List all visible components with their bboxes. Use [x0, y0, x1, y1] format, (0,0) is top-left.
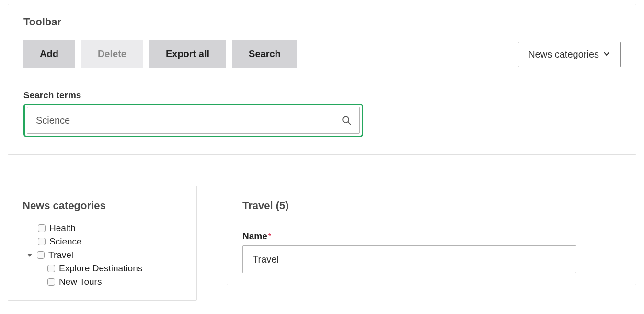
checkbox[interactable]: [38, 238, 46, 245]
delete-button: Delete: [81, 40, 143, 68]
checkbox[interactable]: [47, 265, 55, 272]
toolbar-title: Toolbar: [23, 16, 297, 28]
tree-item-health[interactable]: Health: [23, 221, 182, 235]
tree-item-science[interactable]: Science: [23, 235, 182, 248]
tree-item-explore-destinations[interactable]: Explore Destinations: [23, 262, 182, 275]
search-button[interactable]: Search: [232, 40, 297, 68]
select-target-dropdown[interactable]: News categories: [518, 42, 621, 67]
tree-item-label: New Tours: [59, 277, 102, 287]
toolbar-button-group: Add Delete Export all Search: [23, 40, 297, 68]
search-terms-input[interactable]: [35, 115, 341, 127]
name-field-input[interactable]: [242, 245, 576, 273]
dropdown-label: News categories: [528, 49, 599, 60]
checkbox[interactable]: [38, 224, 46, 232]
tree-item-travel[interactable]: Travel: [23, 248, 182, 262]
disclosure-triangle-icon[interactable]: [26, 252, 33, 258]
category-detail-panel: Travel (5) Name*: [227, 186, 636, 285]
toolbar-panel: Toolbar Add Delete Export all Search New…: [8, 4, 636, 155]
search-terms-label: Search terms: [23, 90, 621, 101]
required-asterisk: *: [268, 233, 271, 241]
checkbox[interactable]: [47, 278, 55, 286]
name-field-label: Name: [242, 231, 267, 241]
tree-item-label: Travel: [48, 250, 73, 260]
search-icon[interactable]: [341, 115, 352, 126]
detail-header: Travel (5): [242, 199, 621, 212]
tree-item-new-tours[interactable]: New Tours: [23, 275, 182, 289]
export-all-button[interactable]: Export all: [150, 40, 226, 68]
search-focus-ring: [23, 104, 363, 137]
tree-item-label: Health: [49, 223, 76, 233]
categories-tree-panel: News categories Health Science Travel Ex…: [8, 186, 197, 301]
svg-marker-2: [27, 254, 32, 257]
tree-item-label: Science: [49, 236, 82, 247]
search-section: Search terms: [23, 90, 621, 137]
tree-item-label: Explore Destinations: [59, 263, 142, 274]
checkbox[interactable]: [37, 251, 45, 259]
svg-line-1: [348, 122, 351, 125]
chevron-down-icon: [603, 49, 610, 60]
categories-tree-title: News categories: [23, 199, 182, 212]
add-button[interactable]: Add: [23, 40, 75, 68]
categories-tree: Health Science Travel Explore Destinatio…: [23, 221, 182, 289]
